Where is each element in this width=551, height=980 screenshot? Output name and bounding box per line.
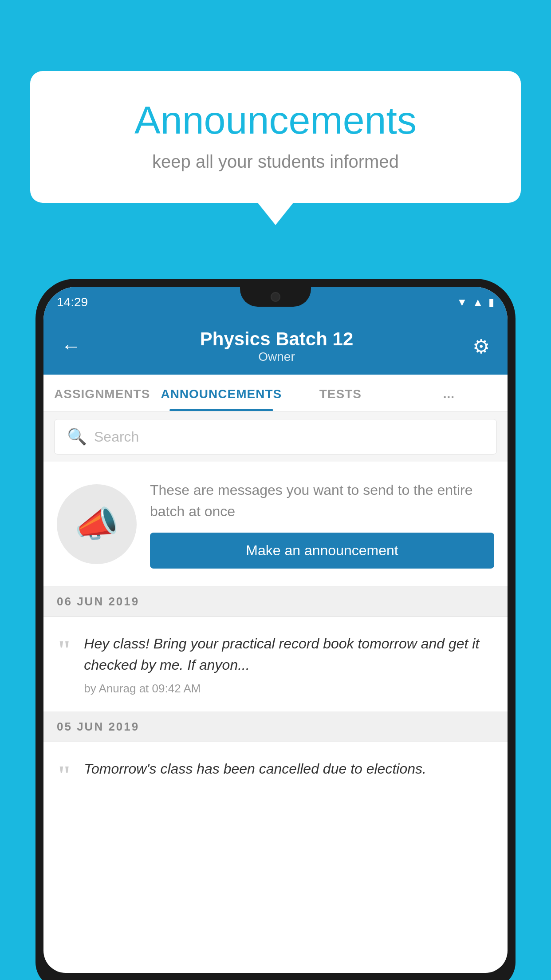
search-bar-container: 🔍 Search	[43, 412, 508, 462]
announcement-content-2: Tomorrow's class has been cancelled due …	[84, 758, 494, 786]
speech-bubble-subtitle: keep all your students informed	[66, 152, 485, 172]
announcement-content-1: Hey class! Bring your practical record b…	[84, 633, 494, 695]
phone-screen: 14:29 ▼ ▲ ▮ ← Physics Batch 12 Owner ⚙ A…	[43, 287, 508, 973]
app-header: ← Physics Batch 12 Owner ⚙	[43, 318, 508, 375]
speech-bubble-title: Announcements	[66, 98, 485, 143]
search-bar[interactable]: 🔍 Search	[54, 419, 497, 454]
signal-icon: ▲	[472, 296, 483, 308]
phone-notch	[240, 287, 311, 307]
quote-icon-2: "	[57, 762, 71, 788]
phone-frame: 14:29 ▼ ▲ ▮ ← Physics Batch 12 Owner ⚙ A…	[35, 279, 516, 980]
owner-label: Owner	[200, 350, 354, 364]
header-center: Physics Batch 12 Owner	[200, 328, 354, 364]
announcement-description: These are messages you want to send to t…	[150, 479, 494, 522]
announcement-by-1: by Anurag at 09:42 AM	[84, 682, 494, 695]
announcement-right: These are messages you want to send to t…	[150, 479, 494, 569]
announcement-prompt: 📣 These are messages you want to send to…	[43, 462, 508, 587]
make-announcement-button[interactable]: Make an announcement	[150, 533, 494, 569]
tab-announcements[interactable]: ANNOUNCEMENTS	[156, 375, 286, 411]
megaphone-icon: 📣	[75, 503, 119, 545]
search-icon: 🔍	[67, 427, 87, 446]
announcement-text-1: Hey class! Bring your practical record b…	[84, 633, 494, 676]
back-button[interactable]: ←	[61, 335, 81, 357]
announcement-item-1[interactable]: " Hey class! Bring your practical record…	[43, 617, 508, 712]
search-placeholder: Search	[94, 429, 139, 445]
tab-assignments[interactable]: ASSIGNMENTS	[48, 375, 156, 411]
status-time: 14:29	[57, 295, 88, 309]
quote-icon-1: "	[57, 636, 71, 663]
wifi-icon: ▼	[457, 296, 467, 308]
speech-bubble-section: Announcements keep all your students inf…	[30, 71, 521, 225]
settings-icon[interactable]: ⚙	[472, 335, 490, 358]
announcement-item-2[interactable]: " Tomorrow's class has been cancelled du…	[43, 742, 508, 797]
date-separator-2: 05 JUN 2019	[43, 712, 508, 742]
tab-tests[interactable]: TESTS	[286, 375, 394, 411]
status-icons: ▼ ▲ ▮	[457, 296, 494, 308]
camera	[271, 292, 280, 302]
announcement-icon-circle: 📣	[57, 484, 137, 564]
battery-icon: ▮	[488, 296, 494, 308]
announcement-text-2: Tomorrow's class has been cancelled due …	[84, 758, 494, 779]
speech-bubble-arrow	[258, 203, 293, 225]
batch-title: Physics Batch 12	[200, 328, 354, 350]
speech-bubble: Announcements keep all your students inf…	[30, 71, 521, 203]
tab-more[interactable]: ...	[395, 375, 503, 411]
tabs-bar: ASSIGNMENTS ANNOUNCEMENTS TESTS ...	[43, 375, 508, 412]
date-separator-1: 06 JUN 2019	[43, 587, 508, 617]
status-bar: 14:29 ▼ ▲ ▮	[43, 287, 508, 318]
